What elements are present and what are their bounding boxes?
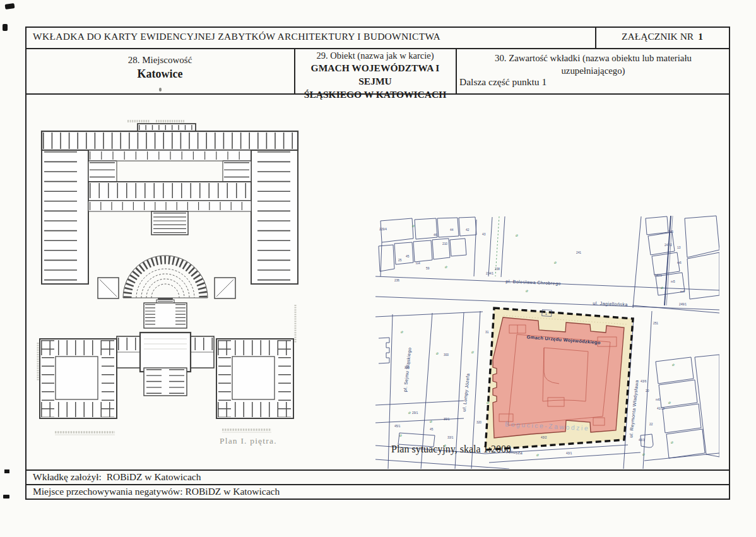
cadastral-map: Gmach Urzędu Wojewódzkiego Bogucice-Zawo… — [375, 213, 719, 469]
street-label-jagiellonska: ul. Jagiellońska — [593, 300, 628, 307]
land-use-mark: dr — [516, 234, 519, 237]
table-border — [25, 48, 730, 49]
table-border — [25, 484, 730, 485]
parcel-number: 1 — [545, 312, 547, 316]
parcel-number: 43/2 — [541, 436, 547, 439]
scan-speck — [3, 495, 9, 499]
parcel-number: 43/6 — [641, 380, 647, 383]
parcel-number: 229/4 — [379, 228, 387, 231]
land-use-mark: dr — [671, 441, 674, 444]
field-locality-label: 28. Miejscowość — [25, 55, 295, 66]
parcel-number: m4 — [680, 290, 685, 293]
parcel-number: 251 — [653, 322, 658, 325]
scan-speck — [4, 469, 9, 473]
land-use-mark: dr — [436, 352, 439, 355]
field-locality: 28. Miejscowość Katowice — [25, 55, 295, 81]
parcel-number: 242/1 — [654, 274, 662, 277]
table-border — [25, 469, 730, 471]
land-use-mark: dr — [471, 351, 475, 354]
parcel-number: 22 — [649, 423, 653, 426]
attachment-cell: ZAŁĄCZNIK NR1 — [596, 31, 729, 42]
field-object-value: GMACH WOJEWÓDZTWA I SEJMU ŚLĄSKIEGO W KA… — [295, 62, 456, 102]
street-label-sejmu: pl. Sejmu Śląskiego — [402, 347, 412, 392]
parcel-number: 45 — [430, 428, 434, 431]
field-object: 29. Obiekt (nazwa jak w karcie) GMACH WO… — [295, 50, 456, 102]
land-use-mark: dr — [554, 261, 557, 264]
street-label-reymonta: ul. Reymonta Władysława — [628, 380, 640, 438]
land-use-mark: dr — [412, 225, 415, 228]
parcel-number: 43 — [482, 233, 486, 236]
parcel-number: m6 — [677, 261, 682, 264]
table-border — [25, 27, 27, 500]
land-use-mark: dr — [401, 331, 404, 334]
field-content-value: Dalsza część punktu 1 — [459, 76, 546, 88]
land-use-mark: dr — [399, 434, 403, 437]
parcel-number: 45/1 — [394, 425, 401, 428]
parcel-number: 39/1 — [444, 418, 450, 421]
land-use-mark: dr — [430, 420, 433, 423]
parcel-number: m5 — [671, 280, 675, 283]
field-object-label: 29. Obiekt (nazwa jak w karcie) — [295, 50, 456, 61]
land-use-mark: dr — [487, 401, 490, 404]
parcel-number: 42 — [466, 228, 470, 232]
parcel-number: m4 — [416, 262, 420, 265]
land-use-mark: dr — [445, 266, 448, 269]
street-label-chrobrego: pl. Bolesława Chrobrego — [505, 278, 561, 286]
parcel-number: 290 — [405, 366, 410, 369]
parcel-number: 300 — [444, 353, 449, 357]
parcel-number: 210 — [442, 242, 447, 245]
parcel-number: 41/13 — [657, 407, 664, 410]
table-border — [25, 499, 730, 500]
site-map-caption: Plan sytuacyjny, skala 1:2000 — [391, 444, 511, 455]
parcel-number: 25 — [398, 259, 402, 262]
footer-created-by: Wkładkę założył: ROBiDZ w Katowicach — [33, 471, 201, 483]
scan-speck — [5, 3, 15, 9]
attachment-number: 1 — [698, 31, 703, 42]
street-label-lompy: ul. Lompy Józefa — [461, 373, 471, 411]
attachment-label: ZAŁĄCZNIK NR — [622, 31, 694, 42]
field-locality-value: Katowice — [25, 68, 295, 81]
floor-plan-caption: Plan I. piętra. — [220, 436, 277, 446]
land-use-mark: dr — [668, 401, 671, 404]
parcel-number: 247/2 — [664, 244, 672, 247]
table-border — [456, 48, 457, 94]
parcel-number: 43/1 — [566, 452, 572, 455]
parcel-number: 20 — [646, 389, 649, 392]
field-content-label: 30. Zawartość wkładki (nazwa obiektu lub… — [463, 52, 723, 77]
parcel-number: 234/1 — [486, 272, 493, 275]
parcel-number: 249/1 — [679, 303, 687, 306]
table-border — [729, 27, 730, 500]
parcel-number: 320 — [476, 421, 481, 424]
parcel-number: 236 — [394, 279, 399, 282]
land-use-mark: dr — [642, 453, 646, 456]
scan-speck — [3, 24, 8, 31]
parcel-number: 44 — [450, 228, 454, 232]
table-border — [25, 27, 730, 28]
parcel-number: 59 — [426, 267, 430, 270]
parcel-number: 13 — [677, 246, 681, 249]
land-use-mark: dr — [672, 363, 675, 367]
land-use-mark: dr — [526, 290, 529, 293]
parcel-number: 31 — [485, 331, 489, 334]
floor-plan-drawing — [33, 115, 300, 451]
scan-speck — [159, 88, 162, 91]
header-title: WKŁADKA DO KARTY EWIDENCYJNEJ ZABYTKÓW A… — [33, 31, 440, 42]
parcel-number: 246 — [668, 230, 673, 233]
parcel-number: 241 — [576, 251, 581, 254]
parcel-number: m6 — [656, 398, 660, 401]
parcel-number: 29/1 — [412, 411, 418, 415]
footer-negatives-location: Miejsce przechowywania negatywów: ROBiDZ… — [33, 486, 280, 497]
parcel-number: 43/3 — [639, 439, 645, 442]
land-use-mark: dr — [661, 286, 664, 290]
land-use-mark: dr — [536, 454, 540, 457]
parcel-number: 33/1 — [447, 436, 454, 439]
parcel-number: 238 — [495, 268, 500, 271]
land-use-mark: dr — [408, 411, 411, 415]
parcel-number: 46 — [434, 233, 437, 237]
parcel-number: 45 — [406, 255, 410, 258]
scanned-record-card: WKŁADKA DO KARTY EWIDENCYJNEJ ZABYTKÓW A… — [0, 0, 756, 537]
